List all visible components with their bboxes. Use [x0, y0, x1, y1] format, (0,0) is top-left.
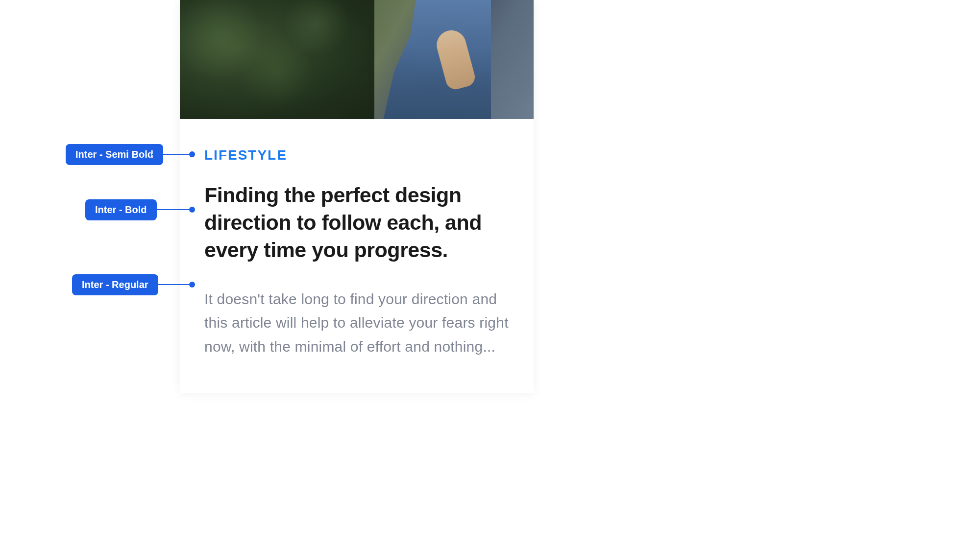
- article-category: LIFESTYLE: [204, 147, 509, 163]
- annotation-connector-line: [152, 209, 191, 210]
- font-annotation-regular: Inter - Regular: [72, 274, 158, 295]
- annotation-connector-line: [152, 154, 191, 155]
- font-annotation-bold: Inter - Bold: [85, 199, 157, 220]
- annotation-dot-icon: [189, 282, 195, 287]
- annotation-label: Inter - Bold: [95, 204, 147, 216]
- image-foliage: [180, 0, 374, 119]
- article-title: Finding the perfect design direction to …: [204, 182, 509, 264]
- article-content: LIFESTYLE Finding the perfect design dir…: [180, 119, 534, 393]
- font-annotation-semibold: Inter - Semi Bold: [66, 144, 163, 165]
- article-card: LIFESTYLE Finding the perfect design dir…: [180, 0, 534, 393]
- annotation-connector-line: [152, 284, 191, 285]
- annotation-label: Inter - Semi Bold: [75, 149, 153, 160]
- annotation-dot-icon: [189, 151, 195, 157]
- article-excerpt: It doesn't take long to find your direct…: [204, 287, 509, 359]
- annotation-dot-icon: [189, 207, 195, 213]
- article-hero-image: [180, 0, 534, 119]
- annotation-label: Inter - Regular: [82, 279, 148, 290]
